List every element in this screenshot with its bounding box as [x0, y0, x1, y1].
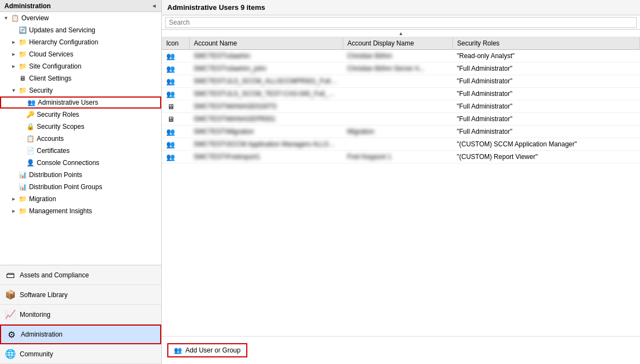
expand-mgmtinsights[interactable]: ► — [10, 208, 18, 214]
bottom-nav-monitoring[interactable]: 📈Monitoring — [0, 305, 161, 325]
row-roles: "Full Administrator" — [452, 88, 640, 100]
row-roles: "Full Administrator" — [452, 75, 640, 88]
sidebar-header: Administration ◄ — [0, 0, 161, 12]
sidebar-item-accounts[interactable]: 📋Accounts — [0, 133, 161, 145]
row-roles: "Full Administrator" — [452, 113, 640, 126]
sidebar-item-siteconfig[interactable]: ►📁Site Configuration — [0, 60, 161, 72]
row-roles: "Full Administrator" — [452, 100, 640, 113]
row-icon: 👥 — [162, 75, 189, 88]
expand-siteconfig[interactable]: ► — [10, 64, 18, 69]
bottom-nav-label-community: Community — [20, 350, 53, 358]
table-row[interactable]: 👥SMCTEST\JLS_SCCM_ALLSCCMPR001_Full_Admi… — [162, 75, 640, 88]
tree-icon-mgmtinsights: 📁 — [18, 207, 27, 215]
bottom-nav-icon-monitoring: 📈 — [4, 309, 16, 321]
bottom-nav-label-administration: Administration — [21, 331, 63, 338]
row-display — [343, 75, 452, 88]
col-header-display[interactable]: Account Display Name — [343, 37, 452, 50]
tree-label-adminusers: Administrative Users — [38, 99, 98, 106]
tree-icon-overview: 📋 — [10, 14, 20, 22]
row-account: SMCTEST\JLS_SCCM_ALLSCCMPR001_Full_Admin… — [189, 75, 343, 88]
tree-icon-securityroles: 🔑 — [25, 110, 35, 119]
row-account: SMCTEST\JLS_SCCM_TEST-CAS-040_Full_Admin… — [189, 88, 343, 100]
expand-hierarchy[interactable]: ► — [10, 39, 18, 45]
sidebar-item-updates[interactable]: 🔄Updates and Servicing — [0, 24, 161, 36]
expand-migration[interactable]: ► — [10, 196, 18, 202]
sidebar-item-distgroups[interactable]: 📊Distribution Point Groups — [0, 181, 161, 193]
sidebar-item-securityroles[interactable]: 🔑Security Roles — [0, 109, 161, 121]
tree-label-mgmtinsights: Management Insights — [29, 207, 92, 215]
bottom-nav-administration[interactable]: ⚙Administration — [0, 325, 161, 344]
row-account: SMCTEST\MANAGE016ITS — [189, 100, 343, 113]
tree-label-hierarchy: Hierarchy Configuration — [29, 38, 98, 46]
row-icon: 🖥 — [162, 113, 189, 126]
sidebar-item-adminusers[interactable]: 👥Administrative Users — [0, 96, 161, 109]
row-icon: 👥 — [162, 62, 189, 75]
col-header-account[interactable]: Account Name — [189, 37, 343, 50]
bottom-nav-icon-administration: ⚙ — [5, 328, 18, 340]
expand-security[interactable]: ▼ — [10, 88, 18, 93]
sidebar-item-mgmtinsights[interactable]: ►📁Management Insights — [0, 205, 161, 217]
table-row[interactable]: 👥SMCTEST\cbaehmChristian Böhm"Read-only … — [162, 50, 640, 62]
search-input[interactable] — [165, 17, 637, 28]
add-user-button[interactable]: 👥Add User or Group — [167, 343, 247, 357]
sidebar-item-console[interactable]: 👤Console Connections — [0, 157, 161, 169]
row-roles: "Read-only Analyst" — [452, 50, 640, 62]
sidebar-item-clientsettings[interactable]: 🖥Client Settings — [0, 72, 161, 84]
sidebar-item-overview[interactable]: ▼📋Overview — [0, 12, 161, 24]
row-icon: 👥 — [162, 126, 189, 138]
bottom-nav-softwarelib[interactable]: 📦Software Library — [0, 285, 161, 305]
tree-icon-migration: 📁 — [18, 195, 27, 203]
bottom-nav-community[interactable]: 🌐Community — [0, 344, 161, 364]
col-header-icon[interactable]: Icon — [162, 37, 189, 50]
add-user-label: Add User or Group — [185, 346, 241, 354]
tree-label-security: Security — [29, 87, 53, 94]
bottom-nav-icon-community: 🌐 — [4, 348, 16, 360]
row-account: SMCTEST\Freiimport1 — [189, 151, 343, 163]
tree-icon-updates: 🔄 — [18, 26, 27, 35]
sidebar-item-distpoints[interactable]: 📊Distribution Points — [0, 169, 161, 181]
expand-cloud[interactable]: ► — [10, 52, 18, 57]
tree-icon-securityscopes: 🔒 — [25, 122, 35, 131]
sidebar-item-migration[interactable]: ►📁Migration — [0, 193, 161, 205]
table-row[interactable]: 👥SMCTEST\Freiimport1Freii Keypont 1"(CUS… — [162, 151, 640, 163]
expand-overview[interactable]: ▼ — [2, 15, 10, 21]
row-roles: "Full Administrator" — [452, 126, 640, 138]
table-row[interactable]: 👥SMCTEST\JLS_SCCM_TEST-CAS-040_Full_Admi… — [162, 88, 640, 100]
tree-icon-security: 📁 — [18, 86, 27, 95]
tree-label-console: Console Connections — [37, 159, 99, 167]
sidebar-item-securityscopes[interactable]: 🔒Security Scopes — [0, 121, 161, 133]
row-icon: 👥 — [162, 50, 189, 62]
row-account: SMCTEST\SCCM Application Managers ALLSCC… — [189, 138, 343, 151]
tree-label-migration: Migration — [29, 195, 56, 203]
tree-icon-accounts: 📋 — [25, 134, 35, 143]
tree-icon-distgroups: 📊 — [18, 183, 27, 191]
tree-label-accounts: Accounts — [37, 135, 64, 143]
col-header-roles[interactable]: Security Roles — [452, 37, 640, 50]
sidebar-item-cloud[interactable]: ►📁Cloud Services — [0, 48, 161, 60]
row-display: Christian Böhm Server A... — [343, 62, 452, 75]
tree-label-distpoints: Distribution Points — [29, 171, 82, 179]
table-row[interactable]: 👥SMCTEST\cbaehm_johnChristian Böhm Serve… — [162, 62, 640, 75]
tree-label-overview: Overview — [21, 14, 49, 22]
sidebar-item-hierarchy[interactable]: ►📁Hierarchy Configuration — [0, 36, 161, 48]
table-row[interactable]: 👥SMCTEST\MigrationMigration"Full Adminis… — [162, 126, 640, 138]
sort-indicator: ▲ — [162, 30, 640, 37]
add-user-icon: 👥 — [174, 346, 182, 354]
row-icon: 👥 — [162, 138, 189, 151]
row-account: SMCTEST\cbaehm — [189, 50, 343, 62]
tree-icon-clientsettings: 🖥 — [18, 74, 27, 83]
tree-label-clientsettings: Client Settings — [29, 75, 71, 82]
tree-label-certs: Certificates — [37, 147, 70, 155]
row-account: SMCTEST\MANAGEPR001 — [189, 113, 343, 126]
sidebar-item-security[interactable]: ▼📁Security — [0, 84, 161, 96]
table-row[interactable]: 🖥SMCTEST\MANAGE016ITS"Full Administrator… — [162, 100, 640, 113]
tree-icon-cloud: 📁 — [18, 50, 27, 59]
bottom-nav-assets[interactable]: 🗃Assets and Compliance — [0, 265, 161, 285]
bottom-nav-label-softwarelib: Software Library — [20, 291, 67, 299]
table-row[interactable]: 👥SMCTEST\SCCM Application Managers ALLSC… — [162, 138, 640, 151]
sidebar-collapse-arrow[interactable]: ◄ — [151, 3, 157, 9]
sidebar-item-certs[interactable]: 📄Certificates — [0, 145, 161, 157]
row-display — [343, 138, 452, 151]
tree-label-siteconfig: Site Configuration — [29, 62, 81, 70]
table-row[interactable]: 🖥SMCTEST\MANAGEPR001"Full Administrator" — [162, 113, 640, 126]
